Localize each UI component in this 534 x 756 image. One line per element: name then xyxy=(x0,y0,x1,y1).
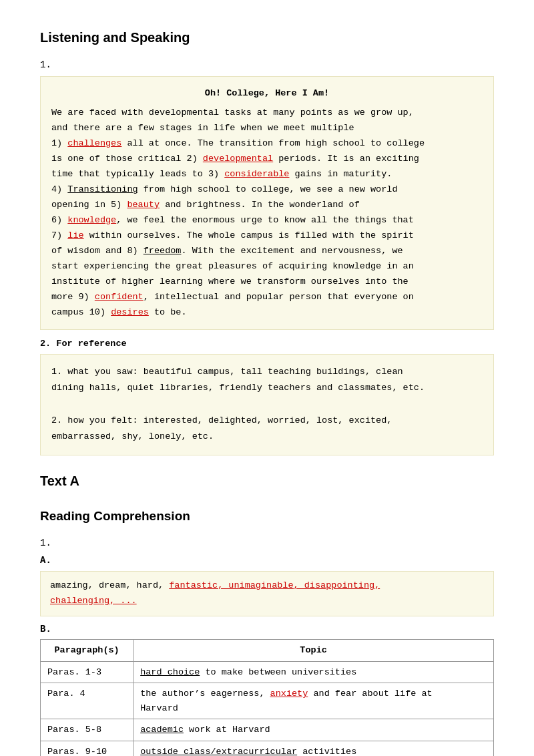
listening-speaking-title: Listening and Speaking xyxy=(40,27,494,48)
ref-box: 1. what you saw: beautiful campus, tall … xyxy=(40,354,494,455)
content-box-title: Oh! College, Here I Am! xyxy=(51,86,483,102)
word-challenges: challenges xyxy=(67,138,121,148)
topic-link-1: hard choice xyxy=(140,667,200,677)
table-cell-para-3: Paras. 5-8 xyxy=(41,719,134,741)
listening-speaking-section: Listening and Speaking 1. Oh! College, H… xyxy=(40,27,494,455)
table-row: Paras. 9-10 outside class/extracurricula… xyxy=(41,741,494,756)
table-cell-topic-2: the author’s eagerness, anxiety and fear… xyxy=(134,683,494,719)
topic-link-2: anxiety xyxy=(270,689,308,699)
rc-a-label: A. xyxy=(40,553,494,568)
text-a-title: Text A xyxy=(40,470,494,492)
reading-comp-title: Reading Comprehension xyxy=(40,506,494,526)
word-desires: desires xyxy=(111,307,149,317)
word-freedom: freedom xyxy=(144,246,182,256)
word-knowledge: knowledge xyxy=(67,215,116,225)
word-confident: confident xyxy=(95,292,144,302)
word-beauty: beauty xyxy=(127,200,160,210)
paragraph-text: We are faced with developmental tasks at… xyxy=(51,108,425,317)
word-developmental: developmental xyxy=(203,154,273,164)
table-cell-para-4: Paras. 9-10 xyxy=(41,741,134,756)
table-row: Para. 4 the author’s eagerness, anxiety … xyxy=(41,683,494,719)
listening-content-box: Oh! College, Here I Am! We are faced wit… xyxy=(40,76,494,330)
table-cell-para-1: Paras. 1-3 xyxy=(41,661,134,683)
ref-label: 2. For reference xyxy=(40,337,494,351)
table-cell-topic-4: outside class/extracurricular activities xyxy=(134,741,494,756)
word-transitioning: Transitioning xyxy=(67,184,138,194)
table-cell-topic-1: hard choice to make between universities xyxy=(134,661,494,683)
table-header-paragraphs: Paragraph(s) xyxy=(41,639,134,661)
topic-link-4: outside class/extracurricular xyxy=(140,747,297,756)
word-lie: lie xyxy=(67,230,83,240)
ref-item-2: 2. how you felt: interested, delighted, … xyxy=(51,415,392,441)
table-row: Paras. 1-3 hard choice to make between u… xyxy=(41,661,494,683)
table-cell-topic-3: academic work at Harvard xyxy=(134,719,494,741)
ref-item-1: 1. what you saw: beautiful campus, tall … xyxy=(51,367,425,393)
text-a-section: Text A xyxy=(40,470,494,492)
rc-a-box: amazing, dream, hard, fantastic, unimagi… xyxy=(40,571,494,616)
word-considerable: considerable xyxy=(224,169,289,179)
rc-item1-number: 1. xyxy=(40,536,494,550)
table-row: Paras. 5-8 academic work at Harvard xyxy=(41,719,494,741)
item1-number: 1. xyxy=(40,57,494,72)
rc-b-label: B. xyxy=(40,622,494,636)
topic-table: Paragraph(s) Topic Paras. 1-3 hard choic… xyxy=(40,639,494,756)
table-cell-para-2: Para. 4 xyxy=(41,683,134,719)
topic-link-3: academic xyxy=(140,725,184,735)
rc-a-plain: amazing, dream, hard, xyxy=(50,580,169,590)
reading-comprehension-section: Reading Comprehension 1. A. amazing, dre… xyxy=(40,506,494,756)
table-header-topic: Topic xyxy=(134,639,494,661)
